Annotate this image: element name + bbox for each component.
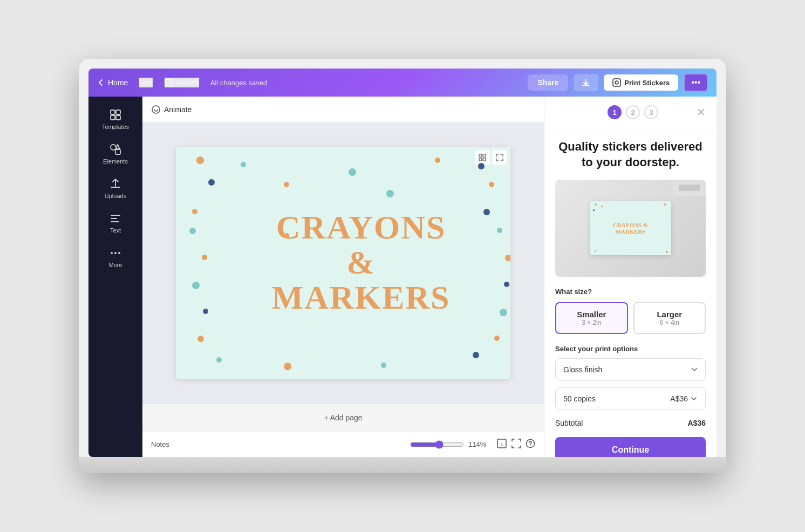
sidebar-item-text[interactable]: Text xyxy=(93,207,139,239)
resize-button[interactable]: Resize xyxy=(164,77,200,88)
step-3: 3 xyxy=(644,105,658,119)
dot xyxy=(349,168,356,176)
download-icon xyxy=(581,78,591,87)
dot xyxy=(483,209,490,215)
continue-button[interactable]: Continue xyxy=(555,437,706,457)
help-button[interactable] xyxy=(526,439,535,451)
sidebar-item-uploads[interactable]: Uploads xyxy=(93,172,139,204)
subtotal-amount: A$36 xyxy=(688,419,706,427)
print-stickers-button[interactable]: Print Stickers xyxy=(604,74,678,91)
status-bar: Notes 114% 1 xyxy=(142,431,544,457)
dot xyxy=(435,158,440,163)
subtotal-row: Subtotal A$36 xyxy=(555,419,706,427)
size-label: What size? xyxy=(555,288,706,296)
grid-icon xyxy=(109,108,122,121)
shapes-icon xyxy=(109,143,122,156)
sidebar: Templates Elements xyxy=(88,97,142,457)
main-content: Templates Elements xyxy=(88,97,717,457)
resize-icon xyxy=(165,79,173,86)
home-label: Home xyxy=(108,78,128,87)
sticker-canvas[interactable]: CRAYONS & MARKERS xyxy=(176,147,510,379)
fullscreen-icon xyxy=(511,439,521,448)
step-indicators: 1 2 3 xyxy=(608,105,658,119)
expand-icon xyxy=(496,154,503,161)
fullscreen-button[interactable] xyxy=(511,439,521,451)
upload-icon xyxy=(109,178,122,190)
notes-button[interactable]: Notes xyxy=(151,440,169,448)
zoom-slider[interactable] xyxy=(410,440,464,449)
elements-label: Elements xyxy=(103,158,128,165)
dot xyxy=(504,282,509,287)
home-button[interactable]: Home xyxy=(97,78,128,87)
size-option-larger[interactable]: Larger 6 × 4in xyxy=(633,302,706,334)
expand-button[interactable] xyxy=(492,150,507,165)
file-menu[interactable]: File xyxy=(139,77,153,88)
copies-price: A$36 xyxy=(670,394,698,403)
laptop-base xyxy=(79,457,726,473)
svg-rect-8 xyxy=(115,149,120,154)
close-panel-button[interactable]: ✕ xyxy=(697,106,706,119)
right-panel: 1 2 3 ✕ Quality stickers delivered to yo… xyxy=(544,97,717,457)
download-button[interactable] xyxy=(574,74,598,91)
svg-text:1: 1 xyxy=(501,442,503,447)
svg-rect-4 xyxy=(116,110,120,114)
page-indicator-button[interactable]: 1 xyxy=(496,438,507,451)
dot xyxy=(216,357,222,363)
dot xyxy=(386,190,394,197)
help-icon xyxy=(526,439,535,448)
svg-point-12 xyxy=(152,106,160,113)
sidebar-item-elements[interactable]: Elements xyxy=(93,138,139,170)
dot xyxy=(202,255,207,260)
subtotal-label: Subtotal xyxy=(555,419,583,427)
svg-point-11 xyxy=(118,252,120,254)
share-button[interactable]: Share xyxy=(528,74,568,91)
sidebar-item-more[interactable]: More xyxy=(93,241,139,274)
svg-rect-5 xyxy=(111,115,115,120)
dot xyxy=(284,182,289,187)
dot xyxy=(494,336,500,341)
print-options-select[interactable]: Gloss finish Matte finish xyxy=(555,358,706,381)
sidebar-item-templates[interactable]: Templates xyxy=(93,103,139,135)
dot xyxy=(192,282,200,289)
animate-icon xyxy=(151,105,161,114)
canvas-sticker-text: CRAYONS & MARKERS xyxy=(272,210,451,315)
top-bar-nav: File Resize xyxy=(139,77,199,88)
canvas-bottom-bar: + Add page xyxy=(142,403,544,431)
dot xyxy=(189,228,196,234)
animate-button[interactable]: Animate xyxy=(151,105,192,114)
dot xyxy=(473,352,479,358)
zoom-controls: 114% xyxy=(410,440,490,449)
saved-status: All changes saved xyxy=(210,79,268,87)
dot xyxy=(284,363,291,370)
preview-mockup: CRAYONS &MARKERS xyxy=(555,180,706,277)
svg-point-2 xyxy=(615,81,618,84)
dot xyxy=(241,162,246,167)
dot xyxy=(208,179,215,186)
chevron-left-icon xyxy=(97,79,105,86)
more-options-button[interactable]: ••• xyxy=(684,73,708,92)
copies-label: 50 copies xyxy=(563,394,596,403)
size-dim-smaller: 3 × 2in xyxy=(561,319,623,326)
zoom-level: 114% xyxy=(468,440,490,448)
dot xyxy=(192,209,197,214)
svg-point-10 xyxy=(114,252,117,254)
panel-title: Quality stickers delivered to your doors… xyxy=(555,139,706,170)
canvas-wrapper[interactable]: CRAYONS & MARKERS xyxy=(142,122,544,403)
size-name-larger: Larger xyxy=(639,310,701,319)
dot xyxy=(497,228,502,233)
dot xyxy=(500,309,507,316)
size-option-smaller[interactable]: Smaller 3 × 2in xyxy=(555,302,628,334)
svg-rect-1 xyxy=(613,79,620,86)
svg-rect-0 xyxy=(166,79,172,86)
svg-rect-14 xyxy=(483,154,486,157)
panel-header: 1 2 3 ✕ xyxy=(544,97,717,128)
top-bar-right: Share Print Stickers ••• xyxy=(528,73,708,92)
top-bar-left: Home File Resize All changes saved xyxy=(97,77,521,88)
chevron-down-icon xyxy=(690,395,698,403)
dot xyxy=(203,309,208,314)
dot xyxy=(505,255,510,261)
top-bar: Home File Resize All changes saved xyxy=(88,69,717,97)
dot xyxy=(196,156,204,164)
size-name-smaller: Smaller xyxy=(561,310,623,319)
add-page-button[interactable]: + Add page xyxy=(324,413,362,422)
